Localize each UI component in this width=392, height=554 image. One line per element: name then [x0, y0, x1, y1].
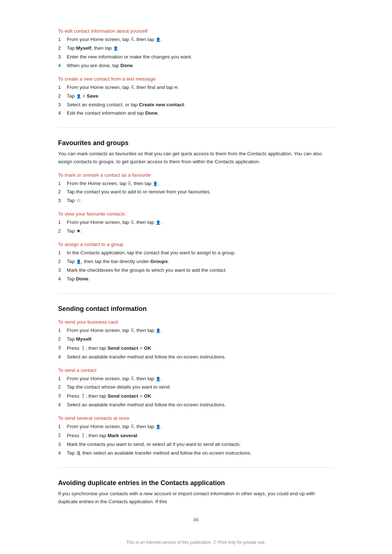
step-item: 1 From your Home screen, tap , then find… [58, 84, 334, 91]
step-num: 1 [58, 375, 64, 383]
step-text: Tap > Save. [67, 93, 334, 100]
step-num: 4 [58, 110, 64, 117]
mark-favourite-heading: To mark or unmark a contact as a favouri… [58, 172, 334, 178]
grid-icon [131, 37, 134, 42]
send-contact-heading: To send a contact [58, 368, 334, 373]
step-num: 1 [58, 180, 64, 188]
star-icon: ★ [76, 228, 81, 234]
send-several-heading: To send several contacts at once [58, 415, 334, 421]
grid-icon [128, 181, 131, 186]
step-item: 1 From the Home screen, tap , then tap . [58, 180, 334, 188]
grid-icon [131, 328, 134, 333]
send-contact-steps: 1 From your Home screen, tap , then tap … [58, 375, 334, 409]
step-text: When you are done, tap Done. [67, 62, 334, 70]
step-num: 3 [58, 344, 64, 352]
step-item: 4 Select an available transfer method an… [58, 353, 334, 361]
grid-icon [131, 376, 134, 381]
step-text: Tap Done. [67, 275, 334, 283]
step-item: 2 Tap Myself. [58, 336, 334, 343]
send-business-card-heading: To send your business card [58, 319, 334, 325]
grid-icon [131, 424, 134, 429]
step-item: 4 Edit the contact information and tap D… [58, 110, 334, 117]
step-num: 3 [58, 53, 64, 61]
step-text: Select an existing contact, or tap Creat… [67, 101, 334, 109]
star-outline-icon: ☆ [76, 198, 81, 203]
view-favourite-steps: 1 From your Home screen, tap , then tap … [58, 219, 334, 235]
step-text: Tap ★. [67, 227, 334, 235]
person-icon [156, 219, 161, 225]
sending-contact-heading: Sending contact information [58, 305, 334, 313]
step-text: Enter the new information or make the ch… [67, 53, 334, 61]
edit-contact-heading: To edit contact information about yourse… [58, 28, 334, 34]
create-contact-heading: To create a new contact from a text mess… [58, 76, 334, 82]
step-text: Press , then tap Mark several. [67, 432, 334, 440]
step-item: 2 Tap > Save. [58, 93, 334, 100]
assign-group-steps: 1 In the Contacts application, tap the c… [58, 249, 334, 283]
person-edit-icon [113, 45, 118, 51]
step-num: 1 [58, 423, 64, 431]
step-text: From your Home screen, tap , then tap . [67, 219, 334, 226]
section-divider [58, 127, 334, 128]
edit-contact-steps: 1 From your Home screen, tap , then tap … [58, 36, 334, 70]
step-item: 4 Tap Done. [58, 275, 334, 283]
step-text: Press , then tap Send contact > OK. [67, 392, 334, 400]
step-num: 3 [58, 197, 64, 205]
step-text: In the Contacts application, tap the con… [67, 249, 334, 257]
person-icon [156, 328, 161, 333]
step-num: 1 [58, 219, 64, 226]
step-item: 2 Tap , then tap the bar directly under … [58, 258, 334, 266]
step-text: Tap ☆. [67, 197, 334, 205]
section-divider [58, 293, 334, 294]
step-text: Tap , then select an available transfer … [67, 450, 334, 457]
step-item: 2 Tap the contact you want to add to or … [58, 188, 334, 196]
person-icon [153, 181, 158, 186]
step-num: 4 [58, 62, 64, 70]
step-text: Mark the contacts you want to send, or s… [67, 441, 334, 448]
step-text: Mark the checkboxes for the groups to wh… [67, 267, 334, 274]
favourites-groups-heading: Favourites and groups [58, 139, 334, 147]
mark-favourite-steps: 1 From the Home screen, tap , then tap .… [58, 180, 334, 205]
step-num: 4 [58, 450, 64, 457]
create-contact-steps: 1 From your Home screen, tap , then find… [58, 84, 334, 118]
step-text: From your Home screen, tap , then tap . [67, 327, 334, 335]
step-num: 2 [58, 432, 64, 440]
step-num: 4 [58, 353, 64, 361]
person-icon [76, 93, 81, 99]
section-divider [58, 467, 334, 468]
step-text: From your Home screen, tap , then tap . [67, 36, 334, 44]
send-business-card-steps: 1 From your Home screen, tap , then tap … [58, 327, 334, 361]
step-item: 1 In the Contacts application, tap the c… [58, 249, 334, 257]
step-num: 2 [58, 227, 64, 235]
person-icon [156, 376, 161, 381]
step-num: 3 [58, 101, 64, 109]
step-text: Press , then tap Send contact > OK. [67, 344, 334, 352]
page-number: 46 [58, 517, 334, 522]
step-item: 3 Enter the new information or make the … [58, 53, 334, 61]
step-num: 4 [58, 401, 64, 409]
step-item: 1 From your Home screen, tap , then tap … [58, 423, 334, 431]
page-footer: This is an Internet version of this publ… [58, 540, 334, 545]
step-text: Tap the contact whose details you want t… [67, 383, 334, 391]
msg-icon [174, 85, 177, 90]
step-text: Tap Myself, then tap . [67, 45, 334, 52]
step-item: 3 Mark the contacts you want to send, or… [58, 441, 334, 448]
step-item: 2 Tap ★. [58, 227, 334, 235]
step-text: Select an available transfer method and … [67, 401, 334, 409]
step-text: Tap the contact you want to add to or re… [67, 188, 334, 196]
step-text: From your Home screen, tap , then tap . [67, 375, 334, 383]
step-num: 1 [58, 327, 64, 335]
avoiding-duplicates-heading: Avoiding duplicate entries in the Contac… [58, 479, 334, 487]
share-icon [76, 450, 80, 456]
favourites-groups-section: Favourites and groups You can mark conta… [58, 139, 334, 283]
step-num: 3 [58, 267, 64, 274]
step-text: From the Home screen, tap , then tap . [67, 180, 334, 188]
step-num: 3 [58, 392, 64, 400]
assign-group-heading: To assign a contact to a group [58, 242, 334, 247]
step-item: 3 Select an existing contact, or tap Cre… [58, 101, 334, 109]
step-num: 2 [58, 258, 64, 266]
menu-icon [81, 433, 86, 438]
step-text: Select an available transfer method and … [67, 353, 334, 361]
step-item: 4 Tap , then select an available transfe… [58, 450, 334, 457]
menu-icon [81, 393, 86, 399]
person-edit-icon [76, 259, 81, 264]
